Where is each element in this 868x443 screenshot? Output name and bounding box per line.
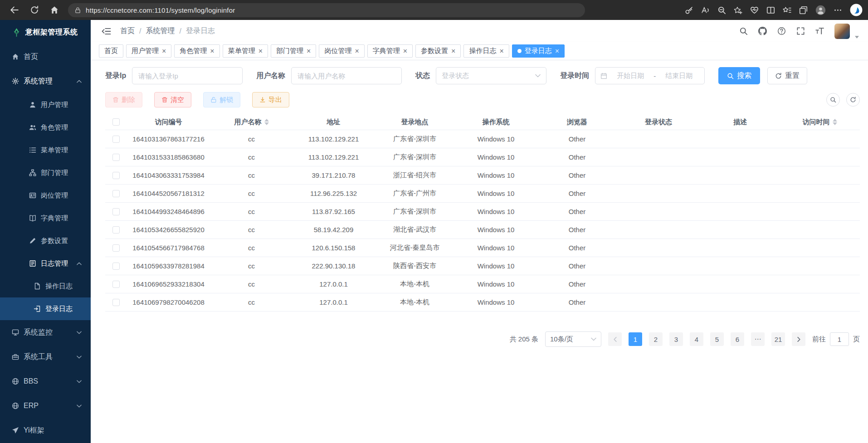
prev-page-button[interactable] [608,332,622,346]
login-ip-input[interactable] [132,67,243,84]
delete-button[interactable]: 删除 [105,92,142,107]
username-input[interactable] [291,67,402,84]
column-header-id[interactable]: 访问编号 [127,118,210,127]
key-icon[interactable] [685,6,693,15]
page-button-4[interactable]: 4 [690,332,703,346]
tab-3[interactable]: 菜单管理× [223,44,268,58]
table-row[interactable]: 1641053426655825920cc58.19.42.209湖北省-武汉市… [105,221,860,239]
column-header-os[interactable]: 操作系统 [455,118,536,127]
row-checkbox[interactable] [112,281,120,288]
close-icon[interactable]: × [499,48,503,55]
row-checkbox[interactable] [112,190,120,197]
page-size-select[interactable]: 10条/页 [545,331,601,347]
page-button-5[interactable]: 5 [710,332,724,346]
sidebar-item-post[interactable]: 岗位管理 [0,184,91,207]
refresh-icon[interactable] [30,5,39,15]
column-header-location[interactable]: 登录地点 [374,118,455,127]
tab-7[interactable]: 参数设置× [415,44,461,58]
sidebar-item-dict[interactable]: 字典管理 [0,207,91,229]
collapse-menu-icon[interactable] [102,27,111,35]
select-all-checkbox[interactable] [112,118,120,126]
sidebar-item-yi[interactable]: Yi框架 [0,418,91,443]
fontsize-icon[interactable] [815,27,824,35]
help-icon[interactable] [777,27,786,35]
sidebar-item-tool[interactable]: 系统工具 [0,345,91,369]
github-icon[interactable] [758,27,767,35]
close-icon[interactable]: × [403,48,407,55]
close-icon[interactable]: × [555,48,559,55]
copilot-icon[interactable] [850,4,863,16]
page-button-1[interactable]: 1 [629,332,642,346]
export-button[interactable]: 导出 [252,92,289,107]
row-checkbox[interactable] [112,226,120,234]
table-row[interactable]: 1641059633978281984cc222.90.130.18陕西省-西安… [105,257,860,275]
close-icon[interactable]: × [451,48,455,55]
sidebar-item-dept[interactable]: 部门管理 [0,161,91,184]
row-checkbox[interactable] [112,208,120,215]
search-icon[interactable] [739,27,748,35]
tab-4[interactable]: 部门管理× [271,44,316,58]
tab-2[interactable]: 角色管理× [174,44,219,58]
column-header-status[interactable]: 登录状态 [618,118,699,127]
sidebar-item-home[interactable]: 首页 [0,44,91,69]
breadcrumb-item[interactable]: 系统管理 [146,26,175,36]
read-aloud-icon[interactable] [701,6,710,15]
back-icon[interactable] [10,5,19,15]
tab-8[interactable]: 操作日志× [463,44,509,58]
close-icon[interactable]: × [355,48,359,55]
column-header-desc[interactable]: 描述 [699,118,781,127]
home-icon[interactable] [50,5,59,15]
status-select[interactable]: 登录状态 [436,67,546,84]
unlock-button[interactable]: 解锁 [203,92,240,107]
sidebar-item-role[interactable]: 角色管理 [0,116,91,139]
column-header-user[interactable]: 用户名称 [210,118,293,127]
close-icon[interactable]: × [162,48,166,55]
tab-1[interactable]: 用户管理× [126,44,171,58]
tab-6[interactable]: 字典管理× [367,44,413,58]
sidebar-item-log[interactable]: 日志管理 [0,252,91,275]
sidebar-item-config[interactable]: 参数设置 [0,229,91,252]
sidebar-item-loginlog[interactable]: 登录日志 [0,297,91,320]
row-checkbox[interactable] [112,172,120,179]
sidebar-item-monitor[interactable]: 系统监控 [0,320,91,345]
sidebar-item-erp[interactable]: ERP [0,394,91,418]
table-refresh-button[interactable] [846,93,860,107]
table-row[interactable]: 1641031533185863680cc113.102.129.221广东省-… [105,148,860,166]
sidebar-item-menu[interactable]: 菜单管理 [0,139,91,161]
row-checkbox[interactable] [112,154,120,161]
date-range-picker[interactable]: 开始日期 - 结束日期 [595,67,705,84]
clear-button[interactable]: 清空 [154,92,191,107]
sidebar-item-bbs[interactable]: BBS [0,369,91,394]
column-header-ip[interactable]: 地址 [293,118,374,127]
zoom-out-icon[interactable] [717,6,726,15]
table-row[interactable]: 1641044520567181312cc112.96.225.132广东省-广… [105,185,860,203]
pagination-ellipsis[interactable]: ⋯ [751,332,765,346]
more-icon[interactable] [834,6,842,15]
tab-5[interactable]: 岗位管理× [319,44,364,58]
table-search-button[interactable] [826,93,840,107]
user-avatar[interactable] [834,24,850,39]
sidebar-item-user[interactable]: 用户管理 [0,93,91,116]
sidebar-item-system[interactable]: 系统管理 [0,69,91,93]
address-bar[interactable]: https://ccnetcore.com:1101/system/log/lo… [68,3,585,17]
page-button-21[interactable]: 21 [771,332,785,346]
split-screen-icon[interactable] [766,6,775,15]
table-row[interactable]: 1641069652933218304cc127.0.0.1本地-本机Windo… [105,275,860,293]
next-page-button[interactable] [792,332,805,346]
goto-page-input[interactable] [830,332,849,346]
favorites-icon[interactable] [783,6,791,15]
sidebar-item-operlog[interactable]: 操作日志 [0,275,91,297]
column-header-browser[interactable]: 浏览器 [536,118,618,127]
tab-9[interactable]: 登录日志× [512,44,565,58]
table-row[interactable]: 1641054566717984768cc120.6.150.158河北省-秦皇… [105,239,860,257]
close-icon[interactable]: × [307,48,311,55]
row-checkbox[interactable] [112,244,120,252]
table-row[interactable]: 1641069798270046208cc127.0.0.1本地-本机Windo… [105,293,860,312]
row-checkbox[interactable] [112,263,120,270]
profile-icon[interactable] [815,5,826,15]
tab-0[interactable]: 首页 [99,44,123,58]
table-row[interactable]: 1641043063331753984cc39.171.210.78浙江省-绍兴… [105,166,860,185]
search-button[interactable]: 搜索 [718,67,760,84]
row-checkbox[interactable] [112,299,120,306]
breadcrumb-item[interactable]: 首页 [120,26,135,36]
